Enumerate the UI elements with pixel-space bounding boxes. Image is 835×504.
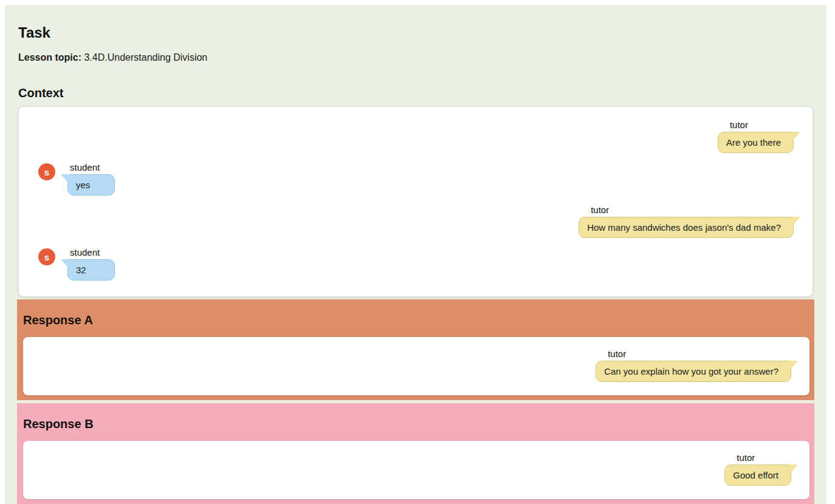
task-panel: Task Lesson topic: 3.4D.Understanding Di… (5, 5, 826, 504)
context-chat: tutorAre you theresstudentyestutorHow ma… (38, 119, 802, 281)
response-b-chat: tutorGood effort (36, 452, 799, 486)
student-bubble: yes (67, 174, 115, 196)
tutor-bubble: Good effort (724, 465, 791, 486)
response-b-card: tutorGood effort (23, 441, 809, 499)
chat-message-student: sstudentyes (38, 162, 802, 196)
response-b-section: Response B tutorGood effort (17, 403, 814, 504)
chat-message-tutor: tutorCan you explain how you got your an… (36, 348, 799, 382)
student-avatar: s (38, 248, 55, 265)
lesson-topic: Lesson topic: 3.4D.Understanding Divisio… (18, 52, 814, 63)
context-card: tutorAre you theresstudentyestutorHow ma… (18, 106, 813, 297)
message-group: tutorCan you explain how you got your an… (596, 348, 791, 382)
response-a-heading: Response A (23, 313, 809, 327)
student-avatar: s (38, 163, 55, 180)
page-title: Task (18, 24, 814, 41)
response-b-heading: Response B (23, 417, 809, 431)
tutor-bubble: How many sandwiches does jason's dad mak… (579, 217, 794, 238)
response-a-chat: tutorCan you explain how you got your an… (36, 348, 799, 382)
response-a-section: Response A tutorCan you explain how you … (17, 299, 814, 400)
message-group: studentyes (67, 162, 115, 196)
role-label: student (67, 162, 100, 173)
chat-message-tutor: tutorHow many sandwiches does jason's da… (38, 204, 802, 238)
role-label: tutor (724, 452, 755, 463)
chat-message-student: sstudent32 (38, 247, 802, 281)
message-group: tutorAre you there (718, 119, 794, 153)
context-heading: Context (18, 86, 814, 100)
role-label: tutor (579, 204, 609, 216)
role-label: student (67, 247, 100, 258)
lesson-topic-value: 3.4D.Understanding Division (84, 52, 207, 63)
role-label: tutor (596, 348, 626, 359)
lesson-topic-label: Lesson topic: (18, 52, 81, 63)
message-group: student32 (67, 247, 115, 281)
role-label: tutor (718, 119, 748, 131)
message-group: tutorGood effort (724, 452, 791, 486)
chat-message-tutor: tutorAre you there (38, 119, 802, 153)
tutor-bubble: Are you there (718, 132, 794, 153)
message-group: tutorHow many sandwiches does jason's da… (579, 204, 794, 238)
response-a-card: tutorCan you explain how you got your an… (23, 337, 809, 395)
tutor-bubble: Can you explain how you got your answer? (596, 361, 791, 382)
student-bubble: 32 (67, 259, 115, 281)
chat-message-tutor: tutorGood effort (36, 452, 799, 486)
